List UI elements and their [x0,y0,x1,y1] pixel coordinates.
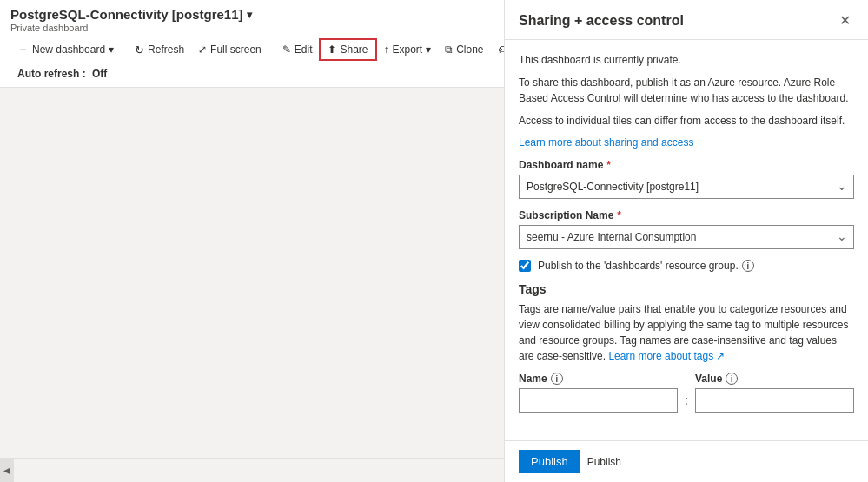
clone-icon: ⧉ [445,43,453,56]
main-dashboard-area: PostgreSQL-Connectivity [postgre11] ▾ Pr… [0,0,504,482]
subscription-name-select[interactable]: seernu - Azure Internal Consumption [519,225,854,249]
dashboard-content [0,88,504,482]
tags-name-label: Name [519,373,547,385]
clone-button[interactable]: ⧉ Clone [438,40,490,59]
fullscreen-icon: ⤢ [198,43,207,56]
dashboard-name-required: * [606,159,611,171]
subscription-name-select-wrapper: seernu - Azure Internal Consumption [519,225,854,249]
full-screen-button[interactable]: ⤢ Full screen [191,40,268,59]
full-screen-label: Full screen [210,43,262,56]
tags-name-col: Name i [519,373,678,413]
tags-name-input[interactable] [519,388,678,413]
edit-label: Edit [295,43,313,56]
tags-value-info-icon: i [726,373,738,385]
info-icon: i [742,260,754,272]
publish-checkbox-label[interactable]: Publish to the 'dashboards' resource gro… [538,260,754,272]
export-icon: ↑ [384,43,389,56]
tags-title: Tags [519,282,854,296]
tags-colon-separator: : [685,373,688,407]
tags-columns: Name i : Value i [519,373,854,413]
publish-checkbox[interactable] [519,260,531,272]
dashboard-subtitle: Private dashboard [10,23,494,33]
share-button[interactable]: ⬆ Share [319,38,376,61]
auto-refresh-value: Off [92,68,107,80]
new-dashboard-chevron: ▾ [109,43,114,56]
bottom-bar: ◀ [0,458,504,482]
title-chevron-icon[interactable]: ▾ [247,9,252,21]
panel-info-text-1: This dashboard is currently private. [519,52,854,68]
publish-tooltip: Publish [587,456,621,468]
top-bar: PostgreSQL-Connectivity [postgre11] ▾ Pr… [0,0,504,88]
export-label: Export [393,43,423,56]
tags-section: Tags Tags are name/value pairs that enab… [519,282,854,413]
subscription-name-label: Subscription Name [519,209,613,221]
tags-value-input[interactable] [695,388,854,413]
plus-icon: ＋ [17,42,29,57]
subscription-name-required: * [617,209,621,221]
sharing-panel: Sharing + access control ✕ This dashboar… [504,0,868,482]
clone-label: Clone [456,43,483,56]
dashboard-name-group: Dashboard name * PostgreSQL-Connectivity… [519,159,854,199]
dashboard-name-label: Dashboard name [519,159,603,171]
new-dashboard-button[interactable]: ＋ New dashboard ▾ [10,38,121,61]
share-icon: ⬆ [328,43,336,56]
refresh-icon: ↻ [135,43,144,56]
edit-icon: ✎ [282,43,291,56]
panel-footer: Publish Publish [505,440,868,482]
learn-more-tags-link[interactable]: Learn more about tags ↗ [608,350,725,362]
auto-refresh-row: Auto refresh : Off [10,64,494,83]
subscription-name-label-row: Subscription Name * [519,209,854,221]
new-dashboard-label: New dashboard [32,43,105,56]
dashboard-title: PostgreSQL-Connectivity [postgre11] [10,7,243,22]
learn-more-sharing-link[interactable]: Learn more about sharing and access [519,136,693,149]
panel-info-text-3: Access to individual tiles can differ fr… [519,113,854,129]
panel-body: This dashboard is currently private. To … [505,40,868,440]
dashboard-name-select-wrapper: PostgreSQL-Connectivity [postgre11] [519,175,854,199]
tags-description: Tags are name/value pairs that enable yo… [519,301,854,364]
tags-name-label-row: Name i [519,373,678,385]
panel-title: Sharing + access control [519,13,684,29]
dashboard-title-row: PostgreSQL-Connectivity [postgre11] ▾ [10,7,494,22]
publish-checkbox-text: Publish to the 'dashboards' resource gro… [538,260,739,272]
tags-name-info-icon: i [551,373,563,385]
publish-checkbox-row: Publish to the 'dashboards' resource gro… [519,260,854,272]
tags-value-col: Value i [695,373,854,413]
dashboard-name-select[interactable]: PostgreSQL-Connectivity [postgre11] [519,175,854,199]
tags-value-label: Value [695,373,722,385]
close-icon: ✕ [839,12,851,29]
refresh-label: Refresh [148,43,184,56]
tags-value-label-row: Value i [695,373,854,385]
refresh-button[interactable]: ↻ Refresh [128,40,191,60]
learn-more-tags-text: Learn more about tags [608,350,713,362]
toolbar: ＋ New dashboard ▾ ↻ Refresh ⤢ Full scree… [10,33,494,64]
collapse-panel-button[interactable]: ◀ [0,459,14,482]
panel-close-button[interactable]: ✕ [836,10,854,30]
auto-refresh-label: Auto refresh : [17,68,86,80]
export-button[interactable]: ↑ Export ▾ [377,40,439,59]
panel-info-text-2: To share this dashboard, publish it as a… [519,75,854,106]
subscription-name-group: Subscription Name * seernu - Azure Inter… [519,209,854,249]
publish-button[interactable]: Publish [519,450,580,473]
dashboard-name-label-row: Dashboard name * [519,159,854,171]
export-chevron: ▾ [426,43,431,56]
share-label: Share [340,43,368,56]
panel-header: Sharing + access control ✕ [505,0,868,40]
edit-button[interactable]: ✎ Edit [275,40,320,59]
